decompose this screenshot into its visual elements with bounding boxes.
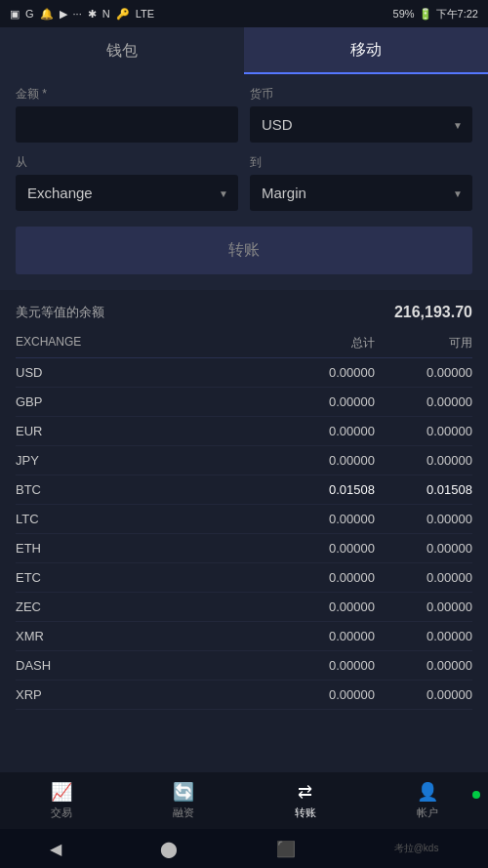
account-label: 帐户 [417, 806, 438, 820]
table-section: EXCHANGE 总计 可用 USD 0.00000 0.00000 GBP 0… [0, 331, 488, 710]
table-header: EXCHANGE 总计 可用 [16, 331, 472, 358]
row-total: 0.00000 [267, 424, 375, 438]
status-right-icons: 59% 🔋 下午7:22 [393, 7, 478, 21]
form-area: 金额 * 货币 USD 从 Exchange 到 [0, 74, 488, 290]
row-available: 0.00000 [375, 365, 472, 380]
table-row: ZEC 0.00000 0.00000 [16, 593, 472, 622]
back-button[interactable]: ◀ [50, 840, 61, 858]
row-available: 0.01508 [375, 482, 472, 497]
currency-select[interactable]: USD [250, 106, 472, 143]
row-available: 0.00000 [375, 394, 472, 409]
form-row-2: 从 Exchange 到 Margin [16, 154, 472, 211]
row-currency: LTC [16, 512, 267, 526]
row-currency: USD [16, 365, 267, 380]
top-tabs: 钱包 移动 [0, 27, 488, 74]
icon-lte: LTE [136, 8, 154, 20]
row-total: 0.00000 [267, 453, 375, 468]
from-group: 从 Exchange [16, 154, 238, 211]
battery-icon: 🔋 [419, 8, 432, 21]
table-row: XMR 0.00000 0.00000 [16, 622, 472, 651]
currency-select-wrapper: USD [250, 106, 472, 143]
row-currency: EUR [16, 424, 267, 438]
table-row: ETH 0.00000 0.00000 [16, 534, 472, 563]
to-label: 到 [250, 154, 472, 171]
row-available: 0.00000 [375, 658, 472, 673]
icon-bell: 🔔 [40, 8, 54, 21]
table-row: BTC 0.01508 0.01508 [16, 475, 472, 505]
section-label: EXCHANGE [16, 335, 267, 351]
icon-g: G [25, 8, 34, 20]
table-row: GBP 0.00000 0.00000 [16, 388, 472, 417]
balance-label: 美元等值的余额 [16, 304, 104, 321]
tab-wallet[interactable]: 钱包 [0, 27, 244, 74]
amount-label: 金额 * [16, 86, 238, 103]
row-total: 0.00000 [267, 570, 375, 585]
amount-group: 金额 * [16, 86, 238, 143]
balance-section: 美元等值的余额 216,193.70 [0, 290, 488, 331]
tab-transfer[interactable]: 移动 [244, 27, 488, 74]
row-available: 0.00000 [375, 424, 472, 438]
icon-key: 🔑 [116, 8, 130, 21]
status-bar: ▣ G 🔔 ▶ ··· ✱ N 🔑 LTE 59% 🔋 下午7:22 [0, 0, 488, 27]
icon-bluetooth: ✱ [88, 8, 97, 21]
system-bar: ◀ ⬤ ⬛ 考拉@kds [0, 829, 488, 868]
row-available: 0.00000 [375, 687, 472, 702]
row-currency: ETC [16, 570, 267, 585]
row-available: 0.00000 [375, 570, 472, 585]
nav-trade[interactable]: 📈 交易 [0, 781, 122, 820]
to-select[interactable]: Margin [250, 175, 472, 211]
col-total-header: 总计 [267, 335, 375, 351]
currency-label: 货币 [250, 86, 472, 103]
amount-input[interactable] [16, 106, 238, 143]
nav-account[interactable]: 👤 帐户 [366, 781, 488, 820]
time-display: 下午7:22 [436, 7, 478, 21]
row-total: 0.00000 [267, 658, 375, 673]
home-button[interactable]: ⬤ [160, 840, 178, 858]
nav-transfer[interactable]: ⇄ 转账 [244, 781, 366, 820]
row-currency: XMR [16, 629, 267, 643]
icon-play: ▶ [60, 8, 67, 21]
form-row-1: 金额 * 货币 USD [16, 86, 472, 143]
row-available: 0.00000 [375, 453, 472, 468]
row-currency: DASH [16, 658, 267, 673]
recents-button[interactable]: ⬛ [276, 840, 296, 858]
balance-value: 216,193.70 [394, 304, 472, 321]
row-currency: ZEC [16, 599, 267, 614]
funding-icon: 🔄 [173, 781, 194, 803]
row-currency: ETH [16, 541, 267, 556]
row-currency: GBP [16, 394, 267, 409]
table-row: XRP 0.00000 0.00000 [16, 681, 472, 710]
col-available-header: 可用 [375, 335, 472, 351]
to-group: 到 Margin [250, 154, 472, 211]
row-available: 0.00000 [375, 599, 472, 614]
bottom-nav: 📈 交易 🔄 融资 ⇄ 转账 👤 帐户 [0, 772, 488, 829]
row-total: 0.00000 [267, 541, 375, 556]
row-available: 0.00000 [375, 541, 472, 556]
row-currency: JPY [16, 453, 267, 468]
currency-group: 货币 USD [250, 86, 472, 143]
icon-dots: ··· [73, 8, 82, 20]
nav-funding[interactable]: 🔄 融资 [122, 781, 244, 820]
trade-label: 交易 [51, 806, 72, 820]
row-available: 0.00000 [375, 512, 472, 526]
from-label: 从 [16, 154, 238, 171]
row-total: 0.00000 [267, 394, 375, 409]
row-available: 0.00000 [375, 629, 472, 643]
table-row: USD 0.00000 0.00000 [16, 358, 472, 388]
to-select-wrapper: Margin [250, 175, 472, 211]
status-left-icons: ▣ G 🔔 ▶ ··· ✱ N 🔑 LTE [10, 8, 154, 21]
row-currency: BTC [16, 482, 267, 497]
from-select[interactable]: Exchange [16, 175, 238, 211]
row-total: 0.00000 [267, 512, 375, 526]
funding-label: 融资 [173, 806, 194, 820]
transfer-nav-label: 转账 [295, 806, 316, 820]
table-row: LTC 0.00000 0.00000 [16, 505, 472, 534]
watermark: 考拉@kds [394, 842, 439, 855]
table-row: ETC 0.00000 0.00000 [16, 563, 472, 593]
row-total: 0.00000 [267, 365, 375, 380]
table-row: JPY 0.00000 0.00000 [16, 446, 472, 475]
row-total: 0.00000 [267, 599, 375, 614]
transfer-button[interactable]: 转账 [16, 227, 472, 274]
trade-icon: 📈 [51, 781, 72, 803]
row-total: 0.01508 [267, 482, 375, 497]
